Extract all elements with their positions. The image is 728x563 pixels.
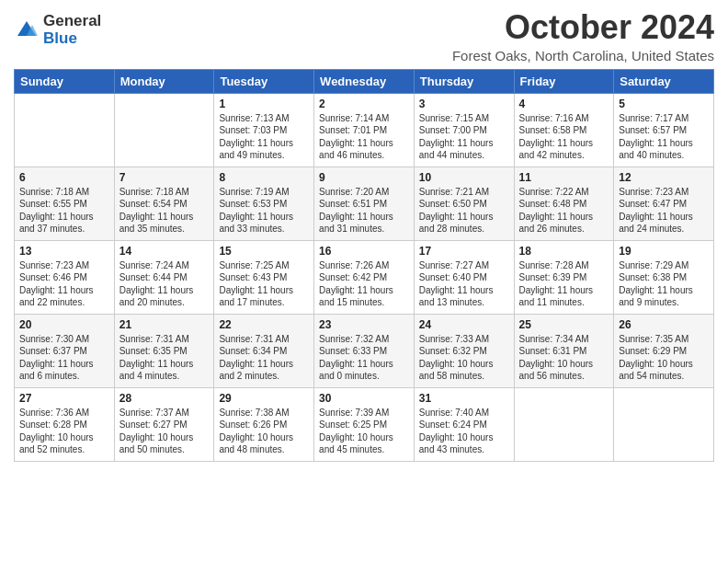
day-number: 17 bbox=[419, 245, 509, 258]
week-row-2: 6Sunrise: 7:18 AM Sunset: 6:55 PM Daylig… bbox=[15, 167, 714, 240]
week-row-5: 27Sunrise: 7:36 AM Sunset: 6:28 PM Dayli… bbox=[15, 387, 714, 461]
day-cell: 30Sunrise: 7:39 AM Sunset: 6:25 PM Dayli… bbox=[314, 387, 415, 461]
day-number: 24 bbox=[419, 318, 509, 331]
day-cell: 3Sunrise: 7:15 AM Sunset: 7:00 PM Daylig… bbox=[414, 93, 514, 167]
day-cell: 23Sunrise: 7:32 AM Sunset: 6:33 PM Dayli… bbox=[314, 314, 415, 387]
day-number: 31 bbox=[419, 392, 509, 405]
day-info: Sunrise: 7:25 AM Sunset: 6:43 PM Dayligh… bbox=[219, 259, 309, 309]
day-info: Sunrise: 7:32 AM Sunset: 6:33 PM Dayligh… bbox=[319, 333, 409, 383]
day-info: Sunrise: 7:37 AM Sunset: 6:27 PM Dayligh… bbox=[119, 407, 210, 456]
day-info: Sunrise: 7:17 AM Sunset: 6:57 PM Dayligh… bbox=[619, 112, 709, 162]
day-number: 22 bbox=[219, 318, 309, 331]
day-cell bbox=[15, 93, 115, 167]
day-cell: 26Sunrise: 7:35 AM Sunset: 6:29 PM Dayli… bbox=[614, 314, 714, 387]
day-info: Sunrise: 7:14 AM Sunset: 7:01 PM Dayligh… bbox=[319, 112, 409, 162]
day-number: 20 bbox=[19, 318, 109, 331]
day-number: 27 bbox=[19, 392, 109, 405]
day-cell: 20Sunrise: 7:30 AM Sunset: 6:37 PM Dayli… bbox=[15, 314, 115, 387]
day-info: Sunrise: 7:33 AM Sunset: 6:32 PM Dayligh… bbox=[419, 333, 509, 383]
day-cell: 28Sunrise: 7:37 AM Sunset: 6:27 PM Dayli… bbox=[114, 387, 214, 461]
day-cell: 22Sunrise: 7:31 AM Sunset: 6:34 PM Dayli… bbox=[214, 314, 314, 387]
day-cell: 14Sunrise: 7:24 AM Sunset: 6:44 PM Dayli… bbox=[114, 240, 214, 314]
day-cell: 7Sunrise: 7:18 AM Sunset: 6:54 PM Daylig… bbox=[114, 167, 214, 240]
day-info: Sunrise: 7:39 AM Sunset: 6:25 PM Dayligh… bbox=[319, 407, 409, 456]
day-number: 29 bbox=[219, 392, 309, 405]
weekday-header-friday: Friday bbox=[514, 69, 614, 93]
day-cell: 25Sunrise: 7:34 AM Sunset: 6:31 PM Dayli… bbox=[514, 314, 614, 387]
day-cell: 16Sunrise: 7:26 AM Sunset: 6:42 PM Dayli… bbox=[314, 240, 415, 314]
day-number: 18 bbox=[519, 245, 609, 258]
day-cell: 13Sunrise: 7:23 AM Sunset: 6:46 PM Dayli… bbox=[15, 240, 115, 314]
day-cell: 31Sunrise: 7:40 AM Sunset: 6:24 PM Dayli… bbox=[414, 387, 514, 461]
weekday-header-thursday: Thursday bbox=[414, 69, 514, 93]
day-number: 13 bbox=[19, 245, 109, 258]
day-info: Sunrise: 7:26 AM Sunset: 6:42 PM Dayligh… bbox=[319, 259, 409, 309]
day-info: Sunrise: 7:28 AM Sunset: 6:39 PM Dayligh… bbox=[519, 259, 609, 309]
day-cell bbox=[514, 387, 614, 461]
logo-text: General Blue bbox=[43, 13, 101, 47]
day-info: Sunrise: 7:19 AM Sunset: 6:53 PM Dayligh… bbox=[219, 186, 309, 236]
day-cell bbox=[614, 387, 714, 461]
day-number: 7 bbox=[119, 171, 210, 184]
day-cell: 17Sunrise: 7:27 AM Sunset: 6:40 PM Dayli… bbox=[414, 240, 514, 314]
day-cell: 4Sunrise: 7:16 AM Sunset: 6:58 PM Daylig… bbox=[514, 93, 614, 167]
day-number: 28 bbox=[119, 392, 210, 405]
day-info: Sunrise: 7:35 AM Sunset: 6:29 PM Dayligh… bbox=[619, 333, 709, 383]
weekday-header-sunday: Sunday bbox=[15, 69, 115, 93]
weekday-header-wednesday: Wednesday bbox=[314, 69, 415, 93]
day-cell: 6Sunrise: 7:18 AM Sunset: 6:55 PM Daylig… bbox=[15, 167, 115, 240]
day-info: Sunrise: 7:23 AM Sunset: 6:46 PM Dayligh… bbox=[19, 259, 109, 309]
page: General Blue October 2024 Forest Oaks, N… bbox=[0, 0, 728, 563]
day-info: Sunrise: 7:16 AM Sunset: 6:58 PM Dayligh… bbox=[519, 112, 609, 162]
day-info: Sunrise: 7:29 AM Sunset: 6:38 PM Dayligh… bbox=[619, 259, 709, 309]
day-cell: 2Sunrise: 7:14 AM Sunset: 7:01 PM Daylig… bbox=[314, 93, 415, 167]
day-info: Sunrise: 7:40 AM Sunset: 6:24 PM Dayligh… bbox=[419, 407, 509, 456]
calendar-table: SundayMondayTuesdayWednesdayThursdayFrid… bbox=[14, 69, 714, 462]
day-number: 23 bbox=[319, 318, 409, 331]
day-cell bbox=[114, 93, 214, 167]
day-number: 2 bbox=[319, 98, 409, 110]
day-info: Sunrise: 7:38 AM Sunset: 6:26 PM Dayligh… bbox=[219, 407, 309, 456]
header-area: General Blue October 2024 Forest Oaks, N… bbox=[14, 9, 714, 63]
day-info: Sunrise: 7:22 AM Sunset: 6:48 PM Dayligh… bbox=[519, 186, 609, 236]
day-number: 21 bbox=[119, 318, 210, 331]
day-info: Sunrise: 7:20 AM Sunset: 6:51 PM Dayligh… bbox=[319, 186, 409, 236]
day-cell: 24Sunrise: 7:33 AM Sunset: 6:32 PM Dayli… bbox=[414, 314, 514, 387]
day-cell: 9Sunrise: 7:20 AM Sunset: 6:51 PM Daylig… bbox=[314, 167, 415, 240]
day-number: 1 bbox=[219, 98, 309, 110]
day-info: Sunrise: 7:15 AM Sunset: 7:00 PM Dayligh… bbox=[419, 112, 509, 162]
logo-blue: Blue bbox=[43, 30, 101, 48]
day-number: 15 bbox=[219, 245, 309, 258]
day-number: 26 bbox=[619, 318, 709, 331]
day-number: 10 bbox=[419, 171, 509, 184]
day-number: 25 bbox=[519, 318, 609, 331]
day-info: Sunrise: 7:31 AM Sunset: 6:34 PM Dayligh… bbox=[219, 333, 309, 383]
day-number: 5 bbox=[619, 98, 709, 110]
logo-icon bbox=[14, 17, 40, 43]
week-row-1: 1Sunrise: 7:13 AM Sunset: 7:03 PM Daylig… bbox=[15, 93, 714, 167]
day-number: 3 bbox=[419, 98, 509, 110]
day-cell: 11Sunrise: 7:22 AM Sunset: 6:48 PM Dayli… bbox=[514, 167, 614, 240]
week-row-3: 13Sunrise: 7:23 AM Sunset: 6:46 PM Dayli… bbox=[15, 240, 714, 314]
day-info: Sunrise: 7:31 AM Sunset: 6:35 PM Dayligh… bbox=[119, 333, 210, 383]
weekday-header-monday: Monday bbox=[114, 69, 214, 93]
day-cell: 29Sunrise: 7:38 AM Sunset: 6:26 PM Dayli… bbox=[214, 387, 314, 461]
day-number: 9 bbox=[319, 171, 409, 184]
day-number: 6 bbox=[19, 171, 109, 184]
day-number: 11 bbox=[519, 171, 609, 184]
day-number: 8 bbox=[219, 171, 309, 184]
day-info: Sunrise: 7:21 AM Sunset: 6:50 PM Dayligh… bbox=[419, 186, 509, 236]
day-cell: 5Sunrise: 7:17 AM Sunset: 6:57 PM Daylig… bbox=[614, 93, 714, 167]
day-cell: 19Sunrise: 7:29 AM Sunset: 6:38 PM Dayli… bbox=[614, 240, 714, 314]
location: Forest Oaks, North Carolina, United Stat… bbox=[452, 48, 714, 63]
day-info: Sunrise: 7:23 AM Sunset: 6:47 PM Dayligh… bbox=[619, 186, 709, 236]
weekday-header-saturday: Saturday bbox=[614, 69, 714, 93]
day-cell: 18Sunrise: 7:28 AM Sunset: 6:39 PM Dayli… bbox=[514, 240, 614, 314]
day-info: Sunrise: 7:18 AM Sunset: 6:55 PM Dayligh… bbox=[19, 186, 109, 236]
logo-general: General bbox=[43, 13, 101, 30]
logo: General Blue bbox=[14, 13, 101, 47]
week-row-4: 20Sunrise: 7:30 AM Sunset: 6:37 PM Dayli… bbox=[15, 314, 714, 387]
weekday-header-row: SundayMondayTuesdayWednesdayThursdayFrid… bbox=[15, 69, 714, 93]
day-cell: 15Sunrise: 7:25 AM Sunset: 6:43 PM Dayli… bbox=[214, 240, 314, 314]
day-number: 12 bbox=[619, 171, 709, 184]
